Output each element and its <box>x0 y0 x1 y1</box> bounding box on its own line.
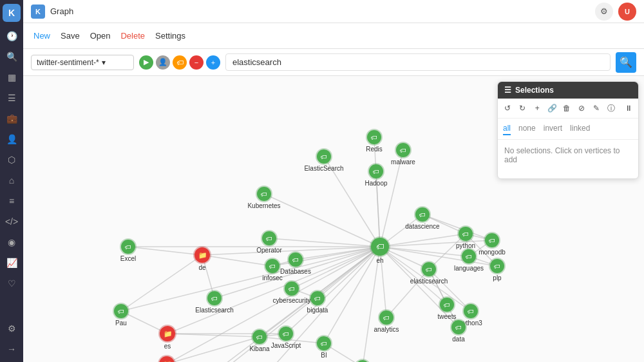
svg-text:infosec: infosec <box>262 274 283 281</box>
tab-none[interactable]: none <box>518 122 536 135</box>
node-dataviz[interactable]: 🏷dataviz <box>352 359 373 362</box>
svg-text:🏷: 🏷 <box>261 191 267 198</box>
svg-text:de: de <box>198 264 206 271</box>
settings-menu-button[interactable]: Settings <box>153 28 188 43</box>
node-Databases[interactable]: 🏷Databases <box>280 251 311 275</box>
filter-minus-button[interactable]: − <box>189 55 204 70</box>
svg-text:Excel: Excel <box>120 255 136 262</box>
index-dropdown[interactable]: twitter-sentiment-* ▾ <box>31 55 134 70</box>
undo-button[interactable]: ↺ <box>502 101 514 115</box>
svg-line-39 <box>167 337 260 362</box>
node-data[interactable]: 🏷data <box>450 319 467 343</box>
svg-text:bigdata: bigdata <box>307 307 328 314</box>
edit-button[interactable]: ✎ <box>590 101 602 115</box>
node-python[interactable]: 🏷python <box>456 225 475 249</box>
node-Pau[interactable]: 🏷Pau <box>113 303 129 327</box>
settings-icon[interactable]: ⚙ <box>3 319 21 338</box>
node-tweets[interactable]: 🏷tweets <box>438 296 457 320</box>
node-Operator[interactable]: 🏷Operator <box>256 230 282 254</box>
node-de[interactable]: 📁de <box>193 246 211 271</box>
home-icon[interactable]: ⌂ <box>3 171 21 189</box>
svg-text:tweets: tweets <box>438 313 457 320</box>
svg-text:🏷: 🏷 <box>466 253 472 260</box>
graph2-icon[interactable]: ◉ <box>3 233 21 251</box>
list-icon[interactable]: ≡ <box>3 192 21 210</box>
node-Kubernetes[interactable]: 🏷Kubernetes <box>247 186 280 209</box>
svg-text:malware: malware <box>391 158 415 166</box>
index-dropdown-value: twitter-sentiment-* <box>37 58 99 67</box>
code-icon[interactable]: </> <box>3 213 21 231</box>
svg-text:🏷: 🏷 <box>266 235 272 242</box>
cluster-icon[interactable]: ⬡ <box>3 151 21 169</box>
filter-tag-button[interactable]: 🏷 <box>173 55 187 70</box>
node-elasticsearch[interactable]: 🏷elasticsearch <box>410 261 448 285</box>
svg-text:🏷: 🏷 <box>256 334 263 341</box>
heart-icon[interactable]: ♡ <box>3 274 21 292</box>
svg-text:🏷: 🏷 <box>462 231 469 238</box>
selections-body: No selections. Click on vertices to add <box>498 140 638 178</box>
settings-button[interactable]: ⚙ <box>595 3 613 21</box>
pause-button[interactable]: ⏸ <box>622 101 634 115</box>
node-BI[interactable]: 🏷BI <box>316 335 332 359</box>
node-Redis[interactable]: 🏷Redis <box>366 129 383 153</box>
open-button[interactable]: Open <box>88 28 113 43</box>
node-plp[interactable]: 🏷plp <box>489 258 506 281</box>
svg-line-21 <box>380 247 447 305</box>
link-button[interactable]: 🔗 <box>546 101 558 115</box>
redo-button[interactable]: ↻ <box>516 101 529 115</box>
node-analytics[interactable]: 🏷analytics <box>374 309 399 333</box>
svg-text:ElasticSearch: ElasticSearch <box>304 165 343 172</box>
svg-text:data: data <box>452 336 465 343</box>
node-Elasticsearch[interactable]: 🏷Elasticsearch <box>195 290 233 314</box>
dashboard-icon[interactable]: ▦ <box>3 68 21 86</box>
svg-line-33 <box>202 255 272 266</box>
user-avatar[interactable]: U <box>618 3 636 21</box>
node-cybersecurity[interactable]: 🏷cybersecurity <box>273 280 311 304</box>
app-logo[interactable]: K <box>3 4 21 22</box>
svg-text:🏷: 🏷 <box>321 153 327 160</box>
svg-text:BI: BI <box>321 352 327 359</box>
search-icon[interactable]: 🔍 <box>3 48 21 66</box>
svg-text:JavaScript: JavaScript <box>271 342 301 349</box>
node-Hadoop[interactable]: 🏷Hadoop <box>365 163 387 187</box>
node-bigdata[interactable]: 🏷bigdata <box>307 290 328 314</box>
filter-person-button[interactable]: 👤 <box>156 55 170 70</box>
expand-icon[interactable]: → <box>3 340 21 358</box>
filter-plus-button[interactable]: + <box>206 55 220 70</box>
graph-area[interactable]: 🏷Redis🏷malware🏷ElasticSearch🏷Hadoop🏷pyth… <box>23 76 644 362</box>
delete-sel-button[interactable]: 🗑 <box>561 101 573 115</box>
analytics-icon[interactable]: 📈 <box>3 254 21 272</box>
tab-linked[interactable]: linked <box>570 122 590 135</box>
svg-text:languages: languages <box>454 265 484 272</box>
node-infosec[interactable]: 🏷infosec <box>262 258 283 281</box>
node-Excel[interactable]: 🏷Excel <box>120 238 137 262</box>
node-datascience[interactable]: 🏷datascience <box>405 206 440 230</box>
save-button[interactable]: Save <box>58 28 82 43</box>
node-mongodb[interactable]: 🏷mongodb <box>478 232 506 256</box>
add-button[interactable]: + <box>531 101 544 115</box>
filter-green-button[interactable]: ▶ <box>139 55 153 70</box>
table-icon[interactable]: ☰ <box>3 89 21 107</box>
node-ElasticSearch[interactable]: 🏷ElasticSearch <box>304 148 343 172</box>
tab-invert[interactable]: invert <box>544 122 562 135</box>
checkbox-icon: ☰ <box>504 86 511 95</box>
filter-sel-button[interactable]: ⊘ <box>575 101 587 115</box>
search-button[interactable]: 🔍 <box>616 52 636 73</box>
main-area: K Graph ⚙ U New Save Open Delete Setting… <box>23 0 644 362</box>
svg-text:Kubernetes: Kubernetes <box>247 202 280 209</box>
node-es[interactable]: 📁es <box>158 325 176 350</box>
node-malware[interactable]: 🏷malware <box>391 142 415 166</box>
svg-text:analytics: analytics <box>374 326 399 333</box>
svg-text:📁: 📁 <box>164 329 173 338</box>
delete-button[interactable]: Delete <box>118 28 147 43</box>
search-input[interactable] <box>225 53 611 71</box>
person-icon[interactable]: 👤 <box>3 130 21 148</box>
new-button[interactable]: New <box>31 28 53 43</box>
svg-text:🏷: 🏷 <box>376 242 384 251</box>
info-button[interactable]: ⓘ <box>605 101 617 115</box>
briefcase-icon[interactable]: 💼 <box>3 110 21 128</box>
node-fr[interactable]: 📁fr <box>158 355 176 362</box>
svg-text:🏷: 🏷 <box>373 168 379 175</box>
history-icon[interactable]: 🕐 <box>3 27 21 45</box>
tab-all[interactable]: all <box>503 122 511 135</box>
